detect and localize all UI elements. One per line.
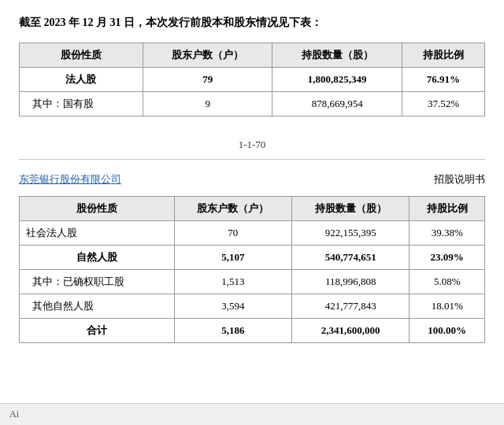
- bottom-table-cell-0-0: 社会法人股: [20, 221, 175, 246]
- bottom-table-cell-0-2: 922,155,395: [292, 221, 410, 246]
- company-name-link[interactable]: 东莞银行股份有限公司: [19, 172, 121, 187]
- col-header-shares: 持股数量（股）: [272, 43, 402, 68]
- bottom-table-cell-4-1: 5,186: [174, 319, 291, 343]
- page-number-section: 1-1-70: [0, 124, 504, 159]
- col2-header-type: 股份性质: [20, 197, 175, 221]
- col2-header-ratio: 持股比例: [410, 197, 485, 221]
- col-header-shareholders: 股东户数（户）: [143, 43, 272, 68]
- bottom-table-cell-2-0: 其中：已确权职工股: [20, 270, 175, 294]
- prospectus-label: 招股说明书: [434, 172, 485, 187]
- bottom-table-row: 社会法人股70922,155,39539.38%: [20, 221, 485, 246]
- top-table-cell-1-2: 878,669,954: [272, 92, 402, 116]
- bottom-table-header-row: 股份性质 股东户数（户） 持股数量（股） 持股比例: [20, 197, 485, 221]
- top-table: 股份性质 股东户数（户） 持股数量（股） 持股比例 法人股791,800,825…: [19, 42, 485, 116]
- top-table-row: 其中：国有股9878,669,95437.52%: [20, 92, 485, 116]
- top-table-cell-0-2: 1,800,825,349: [272, 68, 402, 92]
- bottom-table-cell-0-3: 39.38%: [410, 221, 485, 246]
- top-section: 截至 2023 年 12 月 31 日，本次发行前股本和股东情况见下表： 股份性…: [0, 0, 504, 124]
- bottom-table-cell-2-2: 118,996,808: [292, 270, 410, 294]
- bottom-table-cell-1-2: 540,774,651: [292, 246, 410, 270]
- top-table-cell-0-3: 76.91%: [402, 68, 484, 92]
- bottom-header: 东莞银行股份有限公司 招股说明书: [19, 172, 485, 187]
- bottom-table-cell-3-0: 其他自然人股: [20, 294, 175, 319]
- intro-text: 截至 2023 年 12 月 31 日，本次发行前股本和股东情况见下表：: [19, 14, 485, 31]
- bottom-section: 东莞银行股份有限公司 招股说明书 股份性质 股东户数（户） 持股数量（股） 持股…: [0, 160, 504, 351]
- col-header-type: 股份性质: [20, 43, 143, 68]
- ai-bar: Ai: [0, 403, 504, 425]
- bottom-table-cell-4-2: 2,341,600,000: [292, 319, 410, 343]
- top-table-cell-0-1: 79: [143, 68, 272, 92]
- bottom-table-cell-3-3: 18.01%: [410, 294, 485, 319]
- top-table-row: 法人股791,800,825,34976.91%: [20, 68, 485, 92]
- bottom-table-cell-3-1: 3,594: [174, 294, 291, 319]
- bottom-table: 股份性质 股东户数（户） 持股数量（股） 持股比例 社会法人股70922,155…: [19, 196, 485, 343]
- bottom-table-cell-2-3: 5.08%: [410, 270, 485, 294]
- bottom-table-row: 其他自然人股3,594421,777,84318.01%: [20, 294, 485, 319]
- bottom-table-cell-1-0: 自然人股: [20, 246, 175, 270]
- page-number: 1-1-70: [239, 139, 266, 150]
- top-table-cell-0-0: 法人股: [20, 68, 143, 92]
- bottom-table-cell-3-2: 421,777,843: [292, 294, 410, 319]
- top-table-cell-1-0: 其中：国有股: [20, 92, 143, 116]
- col2-header-shares: 持股数量（股）: [292, 197, 410, 221]
- bottom-table-cell-1-1: 5,107: [174, 246, 291, 270]
- bottom-table-row: 其中：已确权职工股1,513118,996,8085.08%: [20, 270, 485, 294]
- bottom-table-row: 合计5,1862,341,600,000100.00%: [20, 319, 485, 343]
- bottom-table-cell-0-1: 70: [174, 221, 291, 246]
- bottom-table-cell-2-1: 1,513: [174, 270, 291, 294]
- bottom-table-row: 自然人股5,107540,774,65123.09%: [20, 246, 485, 270]
- col-header-ratio: 持股比例: [402, 43, 484, 68]
- bottom-table-cell-4-3: 100.00%: [410, 319, 485, 343]
- col2-header-shareholders: 股东户数（户）: [174, 197, 291, 221]
- ai-label: Ai: [9, 408, 19, 420]
- top-table-cell-1-1: 9: [143, 92, 272, 116]
- bottom-table-cell-1-3: 23.09%: [410, 246, 485, 270]
- bottom-table-cell-4-0: 合计: [20, 319, 175, 343]
- top-table-header-row: 股份性质 股东户数（户） 持股数量（股） 持股比例: [20, 43, 485, 68]
- top-table-cell-1-3: 37.52%: [402, 92, 484, 116]
